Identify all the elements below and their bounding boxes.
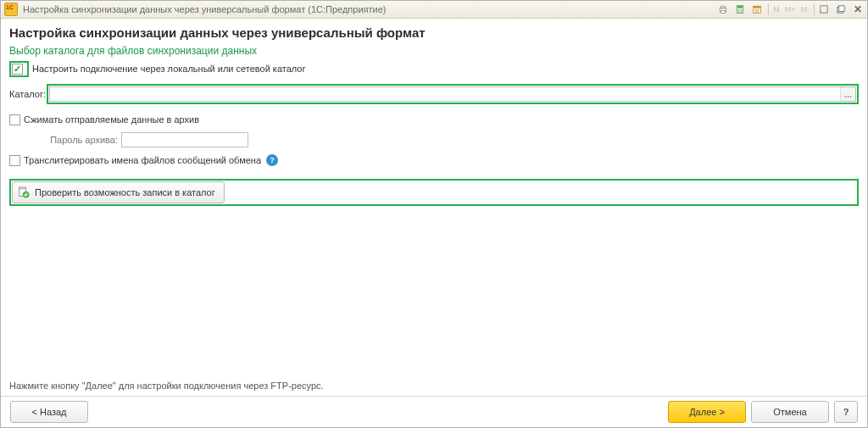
app-window: Настройка синхронизации данных через уни… (0, 0, 868, 428)
memory-mminus[interactable]: M- (798, 5, 813, 14)
cancel-button[interactable]: Отмена (751, 401, 829, 423)
next-button[interactable]: Далее > (668, 401, 746, 423)
svg-point-8 (741, 11, 743, 13)
svg-point-7 (738, 11, 740, 13)
translit-checkbox[interactable] (9, 155, 20, 166)
test-write-button[interactable]: Проверить возможность записи в каталог (12, 181, 225, 203)
content-area: Настройка синхронизации данных через уни… (1, 19, 867, 396)
compress-label: Сжимать отправляемые данные в архив (24, 114, 199, 125)
maximize-button[interactable] (833, 3, 849, 16)
print-icon[interactable] (715, 3, 731, 16)
svg-rect-13 (821, 6, 827, 13)
memory-mplus[interactable]: M+ (782, 5, 798, 14)
svg-point-6 (741, 9, 743, 11)
catalog-browse-button[interactable]: ... (841, 86, 856, 102)
catalog-row: Каталог: ... (9, 84, 859, 104)
svg-rect-4 (737, 6, 743, 8)
archive-password-input[interactable] (121, 132, 248, 147)
catalog-label: Каталог: (9, 89, 47, 99)
catalog-input[interactable] (49, 86, 841, 102)
compress-checkbox[interactable] (9, 114, 20, 125)
footer-bar: < Назад Далее > Отмена ? (1, 396, 867, 427)
back-button[interactable]: < Назад (10, 401, 88, 423)
footer-hint: Нажмите кнопку "Далее" для настройки под… (9, 377, 859, 396)
local-connect-checkbox[interactable] (12, 64, 23, 75)
compress-row: Сжимать отправляемые данные в архив (9, 111, 859, 128)
calendar-icon[interactable] (749, 3, 765, 16)
app-icon (4, 3, 18, 16)
svg-rect-1 (721, 6, 726, 8)
titlebar: Настройка синхронизации данных через уни… (1, 1, 867, 19)
password-label: Пароль архива: (9, 135, 121, 145)
memory-m[interactable]: M (771, 5, 782, 14)
footer-help-button[interactable]: ? (834, 401, 858, 423)
svg-rect-10 (754, 6, 761, 8)
minimize-button[interactable] (816, 3, 832, 16)
svg-rect-15 (839, 6, 845, 12)
window-title: Настройка синхронизации данных через уни… (23, 4, 386, 14)
page-title: Настройка синхронизации данных через уни… (9, 25, 859, 40)
local-connect-label: Настроить подключение через локальный ил… (32, 64, 306, 74)
calculator-icon[interactable] (732, 3, 748, 16)
svg-point-5 (738, 9, 740, 11)
close-button[interactable]: ✕ (850, 3, 865, 16)
help-icon[interactable]: ? (266, 154, 278, 166)
password-row: Пароль архива: (9, 131, 859, 148)
document-check-icon (18, 186, 30, 198)
page-subtitle: Выбор каталога для файлов синхронизации … (9, 45, 859, 57)
local-connect-row: Настроить подключение через локальный ил… (9, 60, 859, 77)
translit-row: Транслитерировать имена файлов сообщений… (9, 152, 859, 169)
test-write-label: Проверить возможность записи в каталог (35, 187, 215, 197)
svg-rect-2 (721, 11, 726, 14)
translit-label: Транслитерировать имена файлов сообщений… (24, 155, 261, 165)
